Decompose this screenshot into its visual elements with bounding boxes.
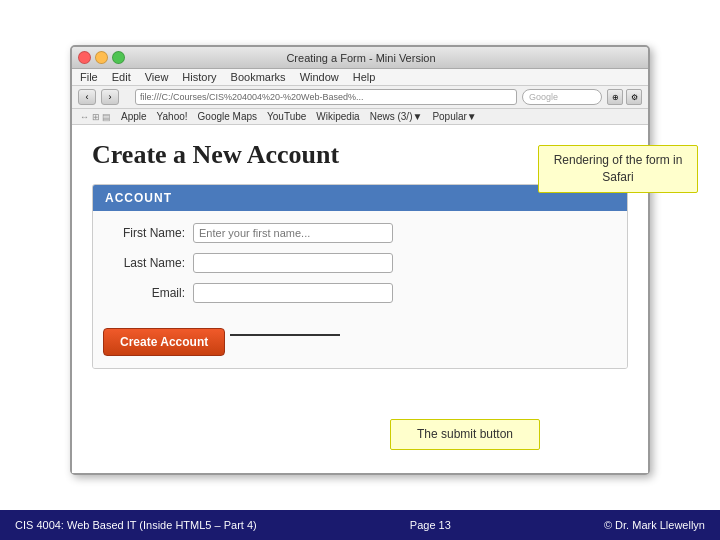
callout-submit: The submit button	[390, 419, 540, 450]
callout-rendering-text: Rendering of the form inSafari	[554, 153, 683, 184]
form-row-lastname: Last Name:	[103, 253, 617, 273]
label-email: Email:	[103, 286, 193, 300]
submit-underline	[230, 334, 340, 336]
form-row-firstname: First Name:	[103, 223, 617, 243]
browser-title: Creating a Form - Mini Version	[125, 52, 597, 64]
menu-file[interactable]: File	[80, 71, 98, 83]
address-bar[interactable]: file:///C:/Courses/CIS%204004%20-%20Web-…	[135, 89, 517, 105]
bookmark-icons: ↔ ⊞ ▤	[80, 112, 111, 122]
menu-bookmarks[interactable]: Bookmarks	[231, 71, 286, 83]
close-button[interactable]	[78, 51, 91, 64]
slide-container: Creating a Form - Mini Version File Edit…	[0, 0, 720, 510]
bookmark-youtube[interactable]: YouTube	[267, 111, 306, 122]
callout-submit-text: The submit button	[417, 427, 513, 441]
bookmark-yahoo[interactable]: Yahoo!	[157, 111, 188, 122]
input-email[interactable]	[193, 283, 393, 303]
input-lastname[interactable]	[193, 253, 393, 273]
back-button[interactable]: ‹	[78, 89, 96, 105]
menu-history[interactable]: History	[182, 71, 216, 83]
bookmarks-bar: ↔ ⊞ ▤ Apple Yahoo! Google Maps YouTube W…	[72, 109, 648, 125]
form-body: First Name: Last Name: Email: Create Acc…	[93, 211, 627, 368]
label-lastname: Last Name:	[103, 256, 193, 270]
bookmark-apple[interactable]: Apple	[121, 111, 147, 122]
form-section: ACCOUNT First Name: Last Name: Email:	[92, 184, 628, 369]
menu-view[interactable]: View	[145, 71, 169, 83]
label-firstname: First Name:	[103, 226, 193, 240]
browser-menubar: File Edit View History Bookmarks Window …	[72, 69, 648, 86]
search-placeholder: Google	[529, 92, 558, 102]
footer-right: © Dr. Mark Llewellyn	[604, 519, 705, 531]
footer-left: CIS 4004: Web Based IT (Inside HTML5 – P…	[15, 519, 257, 531]
browser-window: Creating a Form - Mini Version File Edit…	[70, 45, 650, 475]
menu-help[interactable]: Help	[353, 71, 376, 83]
submit-row: Create Account	[103, 313, 617, 356]
bookmark-googlemaps[interactable]: Google Maps	[198, 111, 257, 122]
toolbar-icon-1[interactable]: ⊕	[607, 89, 623, 105]
browser-titlebar: Creating a Form - Mini Version	[72, 47, 648, 69]
minimize-button[interactable]	[95, 51, 108, 64]
menu-edit[interactable]: Edit	[112, 71, 131, 83]
footer-bar: CIS 4004: Web Based IT (Inside HTML5 – P…	[0, 510, 720, 540]
bookmark-popular[interactable]: Popular▼	[432, 111, 476, 122]
search-bar[interactable]: Google	[522, 89, 602, 105]
submit-button[interactable]: Create Account	[103, 328, 225, 356]
maximize-button[interactable]	[112, 51, 125, 64]
window-controls	[78, 51, 125, 64]
bookmark-news[interactable]: News (3/)▼	[370, 111, 423, 122]
form-row-email: Email:	[103, 283, 617, 303]
browser-toolbar: ‹ › file:///C:/Courses/CIS%204004%20-%20…	[72, 86, 648, 109]
toolbar-icons: ⊕ ⚙	[607, 89, 642, 105]
bookmark-wikipedia[interactable]: Wikipedia	[316, 111, 359, 122]
forward-button[interactable]: ›	[101, 89, 119, 105]
menu-window[interactable]: Window	[300, 71, 339, 83]
footer-center: Page 13	[410, 519, 451, 531]
callout-rendering: Rendering of the form inSafari	[538, 145, 698, 193]
toolbar-icon-2[interactable]: ⚙	[626, 89, 642, 105]
input-firstname[interactable]	[193, 223, 393, 243]
address-text: file:///C:/Courses/CIS%204004%20-%20Web-…	[140, 92, 363, 102]
